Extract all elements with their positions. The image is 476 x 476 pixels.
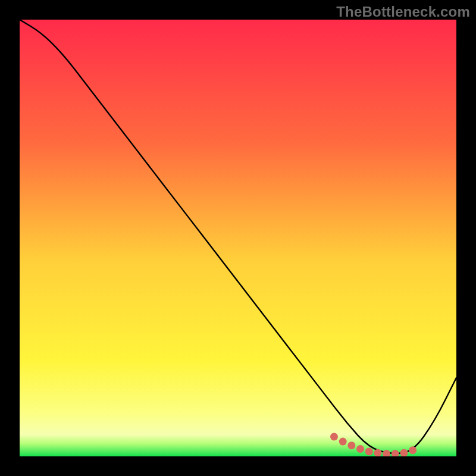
watermark-text: TheBottleneck.com	[336, 4, 470, 20]
flat-region-dot	[347, 441, 355, 449]
flat-region-dot	[330, 433, 338, 440]
gradient-bg	[20, 20, 456, 456]
chart-stage: TheBottleneck.com	[0, 0, 476, 476]
flat-region-dot	[339, 438, 347, 446]
flat-region-dot	[356, 445, 364, 453]
flat-region-dot	[365, 447, 373, 455]
plot-area	[20, 20, 456, 456]
chart-svg	[20, 20, 456, 456]
flat-region-dot	[409, 446, 416, 454]
